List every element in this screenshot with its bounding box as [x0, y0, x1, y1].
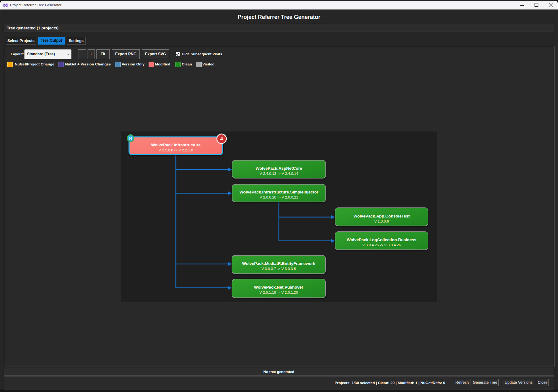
svg-text:WolvePack.LogCollection.Busine: WolvePack.LogCollection.Business [347, 237, 416, 242]
svg-text:WolvePack.MediatR.EntityFramew: WolvePack.MediatR.EntityFramework [242, 261, 316, 266]
svg-text:WolvePack.AspNetCore: WolvePack.AspNetCore [256, 166, 302, 171]
svg-text:WolvePack.Net.Pushover: WolvePack.Net.Pushover [254, 285, 304, 290]
svg-text:V 2.0.1.19 -> V 2.0.1.20: V 2.0.1.19 -> V 2.0.1.20 [260, 291, 298, 294]
svg-text:4: 4 [220, 136, 223, 141]
svg-text:V 2.2.0.8 -> V 2.2.1.0: V 2.2.0.8 -> V 2.2.1.0 [159, 148, 193, 152]
svg-text:WolvePack.Infrastructure: WolvePack.Infrastructure [151, 143, 201, 147]
svg-text:WolvePack.App.ConsoleTest: WolvePack.App.ConsoleTest [353, 214, 410, 218]
svg-text:V 1.0.0.6: V 1.0.0.6 [374, 219, 389, 223]
svg-text:V 3.0.4.25 -> V 3.0.4.26: V 3.0.4.25 -> V 3.0.4.26 [362, 243, 401, 247]
svg-text:R: R [129, 136, 132, 141]
svg-text:V 2.0.0.20 -> V 2.0.0.21: V 2.0.0.20 -> V 2.0.0.21 [260, 195, 298, 199]
svg-text:V 3.0.3.7 -> V 3.0.3.8: V 3.0.3.7 -> V 3.0.3.8 [261, 267, 296, 271]
svg-text:V 2.4.0.13 -> V 2.4.0.14: V 2.4.0.13 -> V 2.4.0.14 [260, 172, 298, 175]
svg-text:WolvePack.Infrastructure.Simpl: WolvePack.Infrastructure.SimpleInjector [240, 190, 319, 194]
